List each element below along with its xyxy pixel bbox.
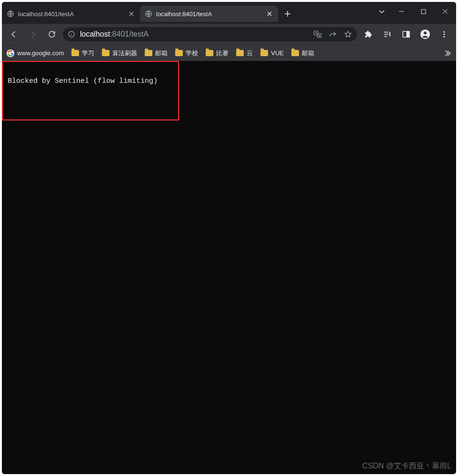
folder-icon xyxy=(206,50,213,56)
google-icon xyxy=(7,50,14,57)
bookmark-folder[interactable]: 邮箱 xyxy=(291,49,314,58)
address-bar[interactable]: localhost:8401/testA xyxy=(63,27,357,41)
tab-search-button[interactable] xyxy=(373,2,390,21)
forward-button[interactable] xyxy=(25,26,41,42)
svg-rect-2 xyxy=(421,10,426,14)
folder-icon xyxy=(291,50,299,56)
globe-icon xyxy=(145,10,152,18)
minimize-button[interactable] xyxy=(390,2,412,21)
svg-point-9 xyxy=(424,31,427,34)
folder-icon xyxy=(260,50,268,56)
maximize-button[interactable] xyxy=(412,2,434,21)
watermark-text: CSDN @艾卡西亚丶暴雨L xyxy=(362,461,451,471)
close-window-button[interactable] xyxy=(434,2,456,21)
page-body-text: Blocked by Sentinel (flow limiting) xyxy=(8,77,158,85)
browser-window: localhost:8401/testA localhost:8401/test… xyxy=(2,2,456,474)
bookmark-label: www.google.com xyxy=(17,50,64,57)
side-panel-icon[interactable] xyxy=(398,26,414,42)
toolbar: localhost:8401/testA xyxy=(2,24,456,45)
share-icon[interactable] xyxy=(329,30,337,39)
omnibox-actions xyxy=(313,30,352,39)
bookmark-folder[interactable]: 比赛 xyxy=(206,49,229,58)
chrome-menu-icon[interactable] xyxy=(436,26,452,42)
tab-1[interactable]: localhost:8401/testA xyxy=(2,6,140,22)
folder-icon xyxy=(236,50,244,56)
bookmark-label: 比赛 xyxy=(216,49,229,58)
new-tab-button[interactable] xyxy=(281,7,294,20)
url-host: localhost xyxy=(80,30,110,38)
bookmark-label: VUE xyxy=(271,50,284,57)
tab-2[interactable]: localhost:8401/testA xyxy=(140,6,278,22)
url-text: localhost:8401/testA xyxy=(80,30,149,39)
profile-avatar-icon[interactable] xyxy=(417,26,433,42)
bookmark-label: 邮箱 xyxy=(155,49,168,58)
svg-point-11 xyxy=(443,33,445,35)
annotation-highlight-box xyxy=(2,61,179,120)
bookmark-folder[interactable]: 云 xyxy=(236,49,253,58)
back-button[interactable] xyxy=(6,26,22,42)
folder-icon xyxy=(102,50,110,56)
bookmark-google[interactable]: www.google.com xyxy=(7,50,64,57)
bookmark-folder[interactable]: 算法刷题 xyxy=(102,49,137,58)
close-icon[interactable] xyxy=(128,10,135,18)
reading-list-icon[interactable] xyxy=(379,26,395,42)
svg-point-10 xyxy=(443,31,445,32)
close-icon[interactable] xyxy=(266,10,273,18)
folder-icon xyxy=(175,50,183,56)
bookmarks-bar: www.google.com 学习 算法刷题 邮箱 学校 比赛 云 VUE xyxy=(2,45,456,61)
bookmark-star-icon[interactable] xyxy=(344,30,352,39)
bookmark-folder[interactable]: 邮箱 xyxy=(145,49,168,58)
site-info-icon[interactable] xyxy=(68,30,76,38)
translate-icon[interactable] xyxy=(313,30,322,39)
bookmarks-overflow-button[interactable] xyxy=(443,49,451,58)
bookmark-label: 学校 xyxy=(186,49,198,58)
window-controls xyxy=(373,2,456,21)
tab-title: localhost:8401/testA xyxy=(156,10,262,18)
extensions-icon[interactable] xyxy=(360,26,376,42)
tabs-strip: localhost:8401/testA localhost:8401/test… xyxy=(2,2,456,24)
bookmark-label: 算法刷题 xyxy=(112,49,137,58)
bookmark-folder[interactable]: 学习 xyxy=(71,49,94,58)
reload-button[interactable] xyxy=(44,26,60,42)
bookmark-label: 邮箱 xyxy=(302,49,314,58)
bookmark-folder[interactable]: 学校 xyxy=(175,49,198,58)
tab-title: localhost:8401/testA xyxy=(18,10,124,18)
bookmark-label: 云 xyxy=(247,49,253,58)
page-viewport: Blocked by Sentinel (flow limiting) xyxy=(2,61,456,474)
folder-icon xyxy=(145,50,152,56)
svg-point-12 xyxy=(443,36,445,37)
folder-icon xyxy=(71,50,79,56)
url-path: :8401/testA xyxy=(110,30,149,38)
svg-rect-7 xyxy=(407,31,409,37)
bookmark-folder[interactable]: VUE xyxy=(260,50,284,57)
bookmark-label: 学习 xyxy=(82,49,94,58)
globe-icon xyxy=(7,10,14,18)
